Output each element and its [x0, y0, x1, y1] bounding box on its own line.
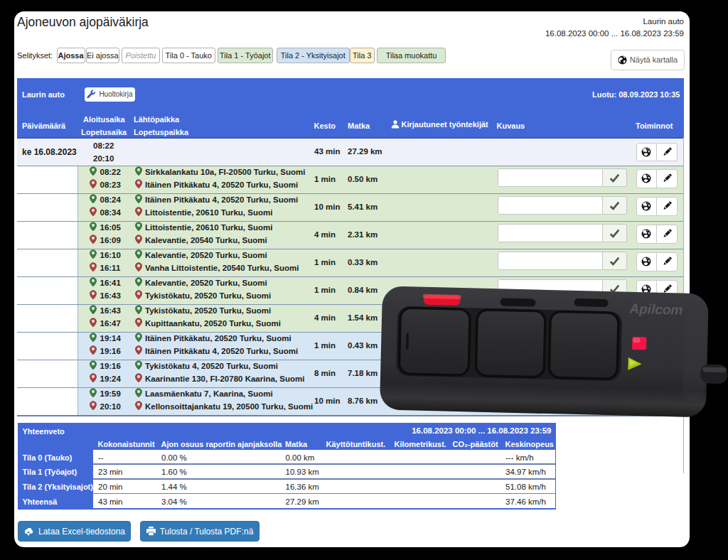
svg-text:Apilcom: Apilcom [628, 301, 683, 318]
